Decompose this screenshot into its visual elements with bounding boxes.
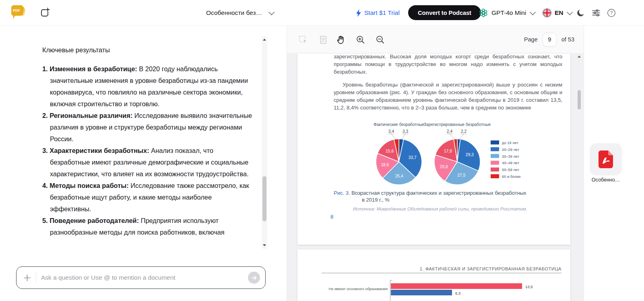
settings-button[interactable]	[592, 0, 601, 26]
start-trial-link[interactable]: Start $1 Trial	[356, 0, 400, 26]
convert-to-podcast-button[interactable]: Convert to Podcast	[408, 5, 481, 20]
uk-flag-icon	[543, 8, 551, 17]
chat-panel: Ключевые результаты 1. Изменения в безра…	[0, 26, 287, 301]
model-selector[interactable]: GPT-4o Mini	[479, 0, 534, 26]
language-label: EN	[555, 9, 564, 16]
scroll-down-arrow[interactable]	[263, 244, 266, 246]
zoom-out-icon[interactable]	[376, 35, 385, 45]
svg-text:60 и более: 60 и более	[502, 175, 521, 179]
chat-scrollbar-thumb[interactable]	[262, 176, 266, 221]
question-icon: ?	[607, 8, 616, 17]
dark-mode-toggle[interactable]	[576, 0, 585, 26]
openai-logo-icon	[479, 8, 488, 17]
chevron-down-icon	[530, 9, 536, 15]
chat-list-item: 3. Характеристики безработных: Анализ по…	[42, 145, 252, 180]
svg-text:17,8: 17,8	[444, 149, 452, 153]
text-select-tool-icon[interactable]	[318, 35, 328, 45]
hand-tool-icon[interactable]	[336, 35, 345, 45]
question-input[interactable]	[41, 274, 248, 281]
chevron-down-icon	[268, 9, 275, 15]
svg-text:20,8: 20,8	[440, 165, 448, 169]
svg-text:33,7: 33,7	[409, 155, 417, 160]
app: PDF Особенности без… Start $1 Trial Conv…	[0, 0, 644, 301]
area-select-tool-icon[interactable]	[298, 35, 308, 45]
svg-text:30–39 лет: 30–39 лет	[502, 155, 520, 159]
new-chat-icon[interactable]	[39, 8, 50, 18]
svg-text:3,3: 3,3	[402, 129, 408, 134]
sliders-icon	[592, 8, 601, 17]
legend-swatch	[491, 147, 499, 151]
pdf-scroll-up-arrow[interactable]	[578, 56, 581, 58]
chat-list-item: 1. Изменения в безработице: В 2020 году …	[42, 63, 252, 110]
moon-icon	[576, 8, 585, 17]
svg-text:50–59 лет: 50–59 лет	[502, 168, 520, 172]
document-selector[interactable]: Особенности без…	[206, 0, 273, 26]
attach-button[interactable]	[23, 273, 31, 282]
key-results-list: 1. Изменения в безработице: В 2020 году …	[42, 63, 252, 238]
send-button[interactable]	[248, 272, 260, 284]
lightning-icon	[356, 9, 361, 17]
zoom-in-icon[interactable]	[356, 35, 365, 45]
trial-label: Start $1 Trial	[364, 9, 400, 16]
svg-text:?: ?	[610, 10, 613, 16]
svg-text:25,4: 25,4	[395, 174, 403, 178]
pdf-paragraph: зарегистрированных. Высокая доля молодых…	[334, 53, 562, 76]
pdf-toolbar: Page of 53	[287, 26, 584, 53]
chat-list-item: 4. Методы поиска работы: Исследование та…	[42, 180, 252, 215]
page-label: Page	[524, 36, 538, 43]
svg-text:Зарегистрированные безработные: Зарегистрированные безработные	[424, 122, 491, 127]
svg-text:2,4: 2,4	[447, 129, 452, 134]
document-title: Особенности без…	[206, 9, 262, 16]
pdf-file-name: Особенно…	[584, 177, 627, 183]
help-button[interactable]: ?	[607, 0, 616, 26]
pdf-scrollbar-thumb[interactable]	[578, 90, 581, 109]
chevron-down-icon	[566, 9, 573, 15]
top-bar: PDF Особенности без… Start $1 Trial Conv…	[0, 0, 644, 26]
pdf-file-card[interactable]	[590, 143, 622, 175]
legend-swatch	[491, 154, 499, 158]
page-number-input[interactable]	[543, 33, 557, 47]
figure-label: Рис. 3.	[334, 190, 350, 196]
bar-category-label: Не имеют основного образования	[297, 287, 388, 291]
figure-caption: Рис. 3. Возрастная структура фактических…	[334, 190, 561, 212]
bar-segment	[391, 290, 452, 295]
pdf-paragraph: Уровень безработицы (фактической и зарег…	[334, 81, 562, 111]
pdf-page-number: 8	[330, 214, 333, 220]
legend-swatch	[491, 167, 499, 171]
header-rule	[322, 273, 561, 273]
scroll-up-arrow[interactable]	[263, 39, 266, 41]
svg-text:15,6: 15,6	[386, 149, 394, 153]
svg-text:40–49 лет: 40–49 лет	[502, 161, 520, 165]
svg-text:29,3: 29,3	[466, 153, 474, 157]
page-navigator: Page of 53	[524, 26, 574, 53]
message-heading: Ключевые результаты	[42, 46, 252, 54]
chat-list-item: 2. Региональные различия: Исследование в…	[42, 110, 252, 145]
svg-text:Фактические безработные: Фактические безработные	[374, 122, 424, 127]
bar-segment	[391, 283, 522, 289]
bar-value: 13,5	[525, 285, 533, 289]
assistant-message: Ключевые результаты 1. Изменения в безра…	[42, 46, 252, 238]
chatpdf-logo-icon[interactable]: PDF	[10, 4, 28, 21]
svg-text:3,4: 3,4	[388, 129, 394, 134]
documents-sidebar: Особенно…	[584, 26, 644, 301]
pdf-file-icon	[599, 150, 613, 168]
legend-swatch	[491, 174, 499, 178]
page-total: of 53	[561, 36, 574, 43]
plus-icon	[23, 274, 31, 282]
legend-swatch	[491, 140, 499, 144]
legend-swatch	[491, 161, 499, 165]
chat-list-item: 5. Поведение работодателей: Предприятия …	[42, 215, 252, 238]
bar-value: 6,3	[455, 291, 460, 295]
pdf-page: 1. ФАКТИЧЕСКАЯ И ЗАРЕГИСТРИРОВАННАЯ БЕЗР…	[297, 249, 570, 301]
chapter-header: 1. ФАКТИЧЕСКАЯ И ЗАРЕГИСТРИРОВАННАЯ БЕЗР…	[297, 266, 561, 271]
svg-text:до 19 лет: до 19 лет	[502, 141, 518, 145]
model-label: GPT-4o Mini	[491, 9, 526, 16]
chat-scrollbar[interactable]	[262, 36, 267, 249]
svg-text:18,6: 18,6	[381, 163, 389, 167]
svg-text:27,5: 27,5	[457, 173, 465, 177]
language-selector[interactable]: EN	[543, 0, 571, 26]
svg-text:PDF: PDF	[13, 8, 21, 12]
pdf-viewer-panel: Page of 53 зарегистрированных. Высокая д…	[287, 26, 584, 301]
input-divider	[36, 272, 36, 283]
svg-text:2,2: 2,2	[461, 129, 466, 134]
